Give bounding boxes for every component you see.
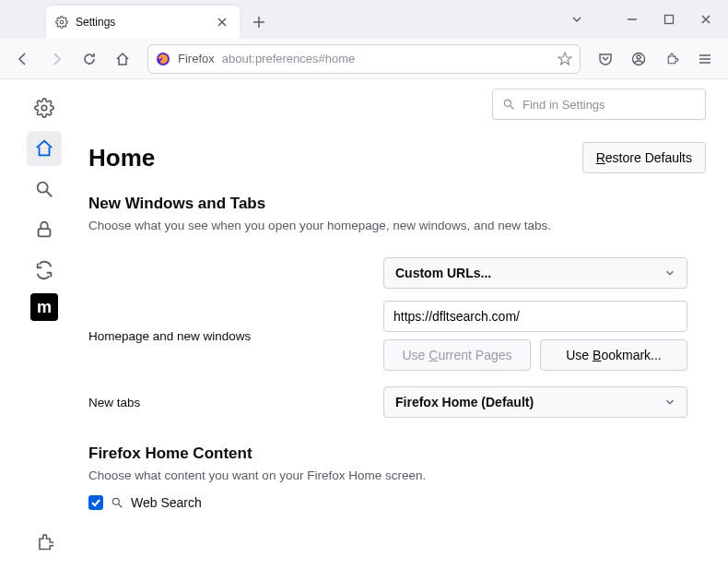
gear-icon <box>55 16 68 29</box>
homepage-url-input[interactable] <box>383 301 687 332</box>
sidebar-sync-icon[interactable] <box>27 253 62 288</box>
chevron-down-icon <box>664 397 675 408</box>
search-icon <box>502 98 515 111</box>
newtabs-value: Firefox Home (Default) <box>395 395 534 409</box>
restore-label-rest: estore Defaults <box>605 150 692 165</box>
sidebar-privacy-icon[interactable] <box>27 212 62 247</box>
sidebar-general-icon[interactable] <box>27 90 62 125</box>
nav-toolbar: Firefox about:preferences#home <box>0 39 728 79</box>
svg-point-0 <box>60 20 64 24</box>
chevron-down-icon <box>664 267 675 279</box>
svg-point-5 <box>41 105 47 111</box>
homepage-mode-select[interactable]: Custom URLs... <box>383 257 687 289</box>
reload-button[interactable] <box>76 45 103 73</box>
bookmark-star-icon[interactable] <box>558 52 572 66</box>
websearch-checkbox[interactable] <box>88 495 103 510</box>
home-button[interactable] <box>109 45 136 73</box>
section-subtext-home-content: Choose what content you want on your Fir… <box>88 468 700 482</box>
settings-content: Find in Settings Restore Defaults Home N… <box>88 79 728 569</box>
section-subtext-windows-tabs: Choose what you see when you open your h… <box>88 219 700 232</box>
new-tab-button[interactable] <box>245 8 273 36</box>
sidebar-search-icon[interactable] <box>27 172 62 207</box>
browser-tab[interactable]: Settings <box>46 6 240 39</box>
svg-point-4 <box>637 55 640 59</box>
tab-title: Settings <box>76 16 206 29</box>
minimize-button[interactable] <box>614 6 651 33</box>
search-icon <box>111 496 123 509</box>
back-button[interactable] <box>9 45 37 73</box>
svg-point-9 <box>112 498 119 504</box>
sidebar-mozilla-icon[interactable]: m <box>30 293 58 321</box>
svg-rect-1 <box>665 16 674 24</box>
restore-defaults-button[interactable]: Restore Defaults <box>582 142 706 173</box>
websearch-label: Web Search <box>131 495 202 510</box>
sidebar-extensions-icon[interactable] <box>27 525 62 560</box>
save-pocket-icon[interactable] <box>592 45 619 73</box>
identity-label: Firefox <box>178 52 215 65</box>
svg-point-8 <box>504 100 511 106</box>
maximize-button[interactable] <box>651 6 687 33</box>
forward-button[interactable] <box>42 45 70 73</box>
svg-rect-7 <box>39 229 51 236</box>
settings-page: m Find in Settings Restore Defaults Home… <box>0 79 728 569</box>
close-button[interactable] <box>687 6 724 33</box>
homepage-label: Homepage and new windows <box>88 329 383 343</box>
app-menu-icon[interactable] <box>691 45 719 73</box>
sidebar-home-icon[interactable] <box>27 131 62 166</box>
find-placeholder: Find in Settings <box>523 98 605 112</box>
tabs-dropdown-icon[interactable] <box>558 6 595 33</box>
svg-point-6 <box>38 183 48 193</box>
tab-close-icon[interactable] <box>214 14 230 30</box>
window-controls <box>558 0 724 39</box>
titlebar: Settings <box>0 0 728 39</box>
firefox-logo-icon <box>156 52 170 66</box>
find-in-settings[interactable]: Find in Settings <box>492 89 706 120</box>
section-heading-windows-tabs: New Windows and Tabs <box>88 195 700 213</box>
address-bar[interactable]: Firefox about:preferences#home <box>147 44 581 74</box>
extensions-icon[interactable] <box>658 45 686 73</box>
newtabs-select[interactable]: Firefox Home (Default) <box>383 386 687 418</box>
homepage-mode-value: Custom URLs... <box>395 266 491 280</box>
settings-sidebar: m <box>0 79 88 569</box>
section-heading-home-content: Firefox Home Content <box>88 445 700 463</box>
use-bookmark-button[interactable]: Use Bookmark... <box>540 339 687 371</box>
newtabs-label: New tabs <box>88 396 383 409</box>
url-text: about:preferences#home <box>222 52 550 65</box>
account-icon[interactable] <box>625 45 652 73</box>
use-current-pages-button[interactable]: Use Current Pages <box>383 339 531 371</box>
